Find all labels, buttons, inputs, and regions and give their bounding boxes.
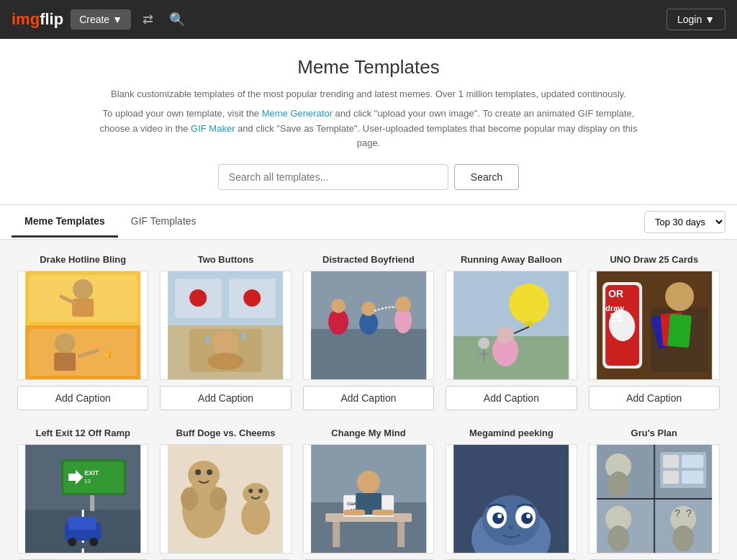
tabs-section: Meme Templates GIF Templates Top 30 days… — [0, 205, 737, 240]
logo-img: img — [12, 10, 40, 28]
svg-point-21 — [242, 333, 246, 340]
svg-point-109 — [607, 525, 629, 551]
template-name-5: UNO Draw 25 Cards — [610, 254, 698, 265]
template-item-5: UNO Draw 25 Cards OR draw 25 Add Caption — [589, 254, 720, 410]
template-item-4: Running Away Balloon Add Caption — [446, 254, 577, 410]
create-label: Create — [79, 14, 109, 25]
create-chevron-icon: ▼ — [112, 14, 122, 25]
svg-text:25: 25 — [610, 312, 623, 324]
svg-point-67 — [210, 487, 227, 510]
svg-rect-59 — [90, 495, 94, 511]
svg-rect-85 — [343, 510, 365, 515]
template-item-2: Two Buttons Add Caption — [160, 254, 291, 410]
svg-point-48 — [665, 282, 694, 311]
template-item-9: Megamind peeking Add Caption — [446, 428, 577, 560]
template-item-6: Left Exit 12 Off Ramp EXIT 12 Add Captio… — [17, 428, 148, 560]
template-name-1: Drake Hotline Bling — [40, 254, 126, 265]
svg-rect-4 — [72, 299, 94, 317]
add-caption-button-3[interactable]: Add Caption — [303, 386, 434, 410]
template-image-9 — [446, 444, 577, 554]
add-caption-button-5[interactable]: Add Caption — [589, 386, 720, 410]
svg-point-72 — [243, 483, 269, 505]
template-image-6: EXIT 12 — [17, 444, 148, 554]
svg-rect-104 — [663, 455, 679, 468]
svg-point-94 — [497, 514, 502, 518]
template-image-8: CHANGE MY MIND — [303, 444, 434, 554]
svg-point-83 — [357, 471, 380, 494]
add-caption-button-4[interactable]: Add Caption — [446, 386, 577, 410]
svg-text:👍: 👍 — [104, 349, 114, 358]
template-item-1: Drake Hotline Bling 👍 Add Caption — [17, 254, 148, 410]
search-button[interactable]: Search — [454, 164, 519, 190]
page-title: Meme Templates — [29, 56, 708, 78]
hero-desc2-post: and click "Save as Template". User-uploa… — [235, 123, 637, 149]
svg-text:OR: OR — [608, 288, 623, 299]
template-grid: Drake Hotline Bling 👍 Add CaptionTwo But… — [17, 254, 720, 560]
svg-point-32 — [509, 284, 549, 324]
svg-point-19 — [208, 353, 244, 370]
svg-point-70 — [207, 469, 213, 475]
logo[interactable]: imgflip — [12, 10, 63, 29]
svg-rect-78 — [333, 522, 340, 547]
svg-rect-86 — [372, 510, 394, 515]
svg-point-27 — [361, 302, 376, 316]
main-content: Drake Hotline Bling 👍 Add CaptionTwo But… — [0, 240, 737, 560]
svg-point-68 — [189, 461, 220, 489]
hero-description-2: To upload your own template, visit the M… — [95, 107, 642, 151]
svg-rect-107 — [682, 471, 703, 484]
template-item-10: Gru's Plan ? ? Add Caption — [589, 428, 720, 560]
template-image-4 — [446, 271, 577, 380]
svg-point-18 — [213, 330, 239, 356]
template-image-10: ? ? — [589, 444, 720, 554]
search-input[interactable] — [218, 164, 448, 190]
svg-point-96 — [508, 525, 514, 530]
search-icon[interactable]: 🔍 — [165, 7, 189, 32]
template-image-2 — [160, 271, 291, 380]
gif-maker-link[interactable]: GIF Maker — [191, 123, 235, 134]
svg-text:?: ? — [674, 507, 680, 519]
template-name-4: Running Away Balloon — [461, 254, 562, 265]
svg-point-92 — [492, 512, 504, 524]
template-name-7: Buff Doge vs. Cheems — [176, 428, 276, 438]
svg-rect-61 — [68, 517, 96, 530]
svg-point-7 — [55, 333, 75, 353]
svg-point-29 — [395, 297, 411, 312]
meme-generator-link[interactable]: Meme Generator — [262, 108, 333, 119]
add-caption-button-1[interactable]: Add Caption — [17, 386, 148, 410]
svg-point-66 — [181, 487, 199, 510]
login-label: Login — [677, 14, 702, 25]
header: imgflip Create ▼ ⇄ 🔍 Login ▼ — [0, 0, 737, 39]
svg-point-102 — [607, 471, 629, 497]
template-name-6: Left Exit 12 Off Ramp — [35, 428, 130, 438]
svg-point-37 — [478, 338, 489, 349]
svg-point-73 — [249, 489, 253, 493]
svg-point-93 — [521, 512, 533, 524]
svg-point-36 — [497, 326, 514, 343]
svg-point-20 — [206, 336, 210, 343]
svg-point-74 — [259, 489, 263, 493]
add-caption-button-2[interactable]: Add Caption — [160, 386, 291, 410]
svg-rect-6 — [29, 329, 137, 376]
svg-text:EXIT: EXIT — [84, 469, 99, 477]
login-button[interactable]: Login ▼ — [666, 9, 725, 30]
svg-point-63 — [89, 538, 98, 546]
top-period-select[interactable]: Top 30 days Top 7 days Top all time New — [644, 211, 725, 233]
svg-point-111 — [672, 525, 694, 551]
tab-meme-label: Meme Templates — [24, 215, 105, 227]
search-section: Search — [29, 164, 708, 190]
tab-gif-templates[interactable]: GIF Templates — [118, 207, 209, 238]
svg-rect-79 — [397, 522, 404, 547]
svg-point-33 — [525, 321, 533, 327]
hero-section: Meme Templates Blank customizable templa… — [0, 39, 737, 205]
template-image-1: 👍 — [17, 271, 148, 380]
shuffle-icon[interactable]: ⇄ — [138, 7, 158, 32]
svg-point-95 — [526, 514, 530, 518]
svg-point-25 — [331, 299, 345, 313]
tab-meme-templates[interactable]: Meme Templates — [12, 207, 118, 238]
create-button[interactable]: Create ▼ — [71, 9, 131, 30]
svg-point-69 — [196, 469, 202, 475]
svg-point-3 — [73, 279, 93, 299]
svg-rect-105 — [682, 455, 703, 468]
svg-point-14 — [190, 289, 207, 307]
template-name-8: Change My Mind — [331, 428, 405, 438]
